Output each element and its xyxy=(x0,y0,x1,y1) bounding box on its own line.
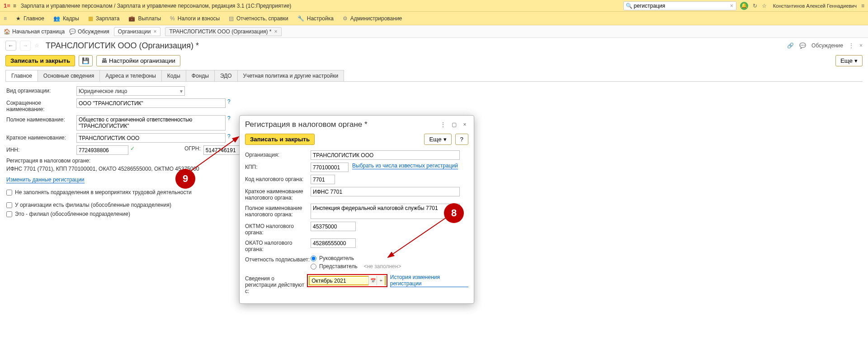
document-tabs: 🏠Начальная страница 💬Обсуждения Организа… xyxy=(0,25,868,38)
menu-admin[interactable]: ⚙Администрирование xyxy=(343,15,402,22)
dialog-help-button[interactable]: ? xyxy=(455,134,468,145)
formtab-addresses[interactable]: Адреса и телефоны xyxy=(99,70,162,81)
help-icon[interactable]: ? xyxy=(227,133,231,140)
spinner-icon[interactable]: ÷ xyxy=(377,276,385,285)
menu-payments[interactable]: 💼Выплаты xyxy=(128,15,161,22)
close-page-icon[interactable]: × xyxy=(859,42,863,49)
full-name-label: Полное наименование: xyxy=(6,115,76,123)
brief-name-label: Краткое наименование: xyxy=(6,133,76,141)
dlg-select-known-link[interactable]: Выбрать из числа известных регистраций xyxy=(352,163,458,169)
dlg-taxshort-label: Краткое наименование налогового органа: xyxy=(245,187,311,201)
dlg-org-input[interactable] xyxy=(311,150,460,160)
toolbar: Записать и закрыть 💾 🖶Настройки организа… xyxy=(0,53,868,68)
topbar: 1≡ ≡ Зарплата и управление персоналом / … xyxy=(0,0,868,12)
inn-input[interactable] xyxy=(76,145,128,155)
menu-grid-icon[interactable]: ≡ xyxy=(4,15,7,22)
dlg-signer-head[interactable]: Руководитель xyxy=(311,255,401,261)
menu-taxes[interactable]: %Налоги и взносы xyxy=(170,15,220,22)
nav-back-button[interactable]: ← xyxy=(5,41,16,51)
dialog-kebab-icon[interactable]: ⋮ xyxy=(439,121,447,128)
short-name-label: Сокращенное наименование: xyxy=(6,98,76,112)
annotation-8: 8 xyxy=(444,203,464,223)
save-button[interactable]: 💾 xyxy=(79,55,93,66)
dlg-oktmo-label: ОКТМО налогового органа: xyxy=(245,222,311,236)
favorites-icon[interactable]: ☆ xyxy=(762,3,767,9)
wallet-icon: 💼 xyxy=(128,15,135,22)
print-icon: 🖶 xyxy=(101,57,107,64)
brief-name-input[interactable] xyxy=(76,133,226,143)
page-header: ← → ☆ ТРАНСЛОГИСТИК ООО (Организация) * … xyxy=(0,38,868,53)
tab-current-org[interactable]: ТРАНСЛОГИСТИК ООО (Организация) *× xyxy=(165,27,281,36)
menu-home[interactable]: ★Главное xyxy=(16,15,44,22)
search-box[interactable]: 🔍 × xyxy=(623,1,736,10)
close-icon[interactable]: × xyxy=(153,28,156,35)
short-name-input[interactable] xyxy=(76,98,226,108)
discussion-label[interactable]: Обсуждение xyxy=(811,42,843,49)
menu-hr[interactable]: 👥Кадры xyxy=(53,15,79,22)
ogrn-input[interactable] xyxy=(203,145,244,155)
menu-toggle-icon[interactable]: ≡ xyxy=(13,3,16,9)
link-icon[interactable]: 🔗 xyxy=(787,42,794,49)
dlg-taxcode-label: Код налогового органа: xyxy=(245,175,311,182)
formtab-edo[interactable]: ЭДО xyxy=(214,70,238,81)
menu-reports[interactable]: ▤Отчетность, справки xyxy=(229,15,288,22)
dlg-taxshort-input[interactable] xyxy=(311,187,460,196)
full-name-input[interactable] xyxy=(76,115,226,130)
dialog-close-icon[interactable]: × xyxy=(461,121,468,128)
ogrn-label: ОГРН: xyxy=(184,145,201,152)
tab-discussions[interactable]: 💬Обсуждения xyxy=(69,28,109,35)
dlg-effective-field[interactable]: 📅 ÷ xyxy=(309,276,386,285)
formtab-basic[interactable]: Основные сведения xyxy=(38,70,100,81)
wrench-icon: 🔧 xyxy=(297,15,304,22)
calendar-icon[interactable]: 📅 xyxy=(368,276,377,285)
menu-salary[interactable]: ▦Зарплата xyxy=(88,15,120,22)
dialog-maximize-icon[interactable]: ▢ xyxy=(450,121,458,128)
salary-icon: ▦ xyxy=(88,15,93,22)
formtab-funds[interactable]: Фонды xyxy=(186,70,215,81)
org-type-select[interactable]: Юридическое лицо▾ xyxy=(76,86,185,96)
search-clear-icon[interactable]: × xyxy=(729,3,734,9)
menu-settings[interactable]: 🔧Настройка xyxy=(297,15,334,22)
dlg-effective-highlight: 📅 ÷ xyxy=(307,274,387,287)
history-icon[interactable]: ↻ xyxy=(753,3,757,9)
dlg-kpp-input[interactable] xyxy=(311,163,349,172)
dialog-save-close-button[interactable]: Записать и закрыть xyxy=(245,134,315,145)
dlg-rep-notfilled: <не заполнен> xyxy=(364,263,401,270)
formtab-policy[interactable]: Учетная политика и другие настройки xyxy=(237,70,344,81)
app-title: Зарплата и управление персоналом / Зарпл… xyxy=(21,3,292,9)
dialog-title: Регистрация в налоговом органе * xyxy=(245,120,439,129)
notifications-icon[interactable]: 🔔 xyxy=(740,2,748,10)
gear-icon: ⚙ xyxy=(343,15,348,22)
discussion-icon[interactable]: 💬 xyxy=(799,42,806,49)
tab-home[interactable]: 🏠Начальная страница xyxy=(4,28,65,35)
save-close-button[interactable]: Записать и закрыть xyxy=(5,55,75,66)
save-icon: 💾 xyxy=(82,57,90,64)
close-icon[interactable]: × xyxy=(274,28,278,35)
dlg-taxcode-input[interactable] xyxy=(311,175,335,184)
search-input[interactable] xyxy=(634,3,729,9)
favorite-toggle-icon[interactable]: ☆ xyxy=(34,42,39,49)
percent-icon: % xyxy=(170,15,175,22)
dlg-taxfull-input[interactable] xyxy=(311,204,460,219)
user-name: Константинов Алексей Геннадиевич xyxy=(773,3,857,9)
dialog-more-button[interactable]: Еще ▾ xyxy=(424,134,451,145)
dlg-oktmo-input[interactable] xyxy=(311,222,356,231)
help-icon[interactable]: ? xyxy=(227,98,231,105)
dlg-okato-input[interactable] xyxy=(311,238,356,248)
dlg-signer-rep[interactable]: Представитель<не заполнен> xyxy=(311,263,401,270)
chevron-down-icon: ▾ xyxy=(180,88,183,94)
tax-registration-dialog: Регистрация в налоговом органе * ⋮ ▢ × З… xyxy=(239,115,474,304)
tab-organizations[interactable]: Организации× xyxy=(114,27,161,36)
change-reg-link[interactable]: Изменить данные регистрации xyxy=(6,177,85,183)
dlg-signer-label: Отчетность подписывает: xyxy=(245,255,311,263)
org-settings-button[interactable]: 🖶Настройки организации xyxy=(96,55,180,66)
kebab-icon[interactable]: ⋮ xyxy=(849,42,854,49)
formtab-main[interactable]: Главное xyxy=(5,70,38,81)
dlg-effective-input[interactable] xyxy=(310,278,368,284)
help-icon[interactable]: ? xyxy=(227,115,231,121)
dlg-history-link[interactable]: История изменения регистрации xyxy=(390,274,468,287)
more-button[interactable]: Еще ▾ xyxy=(835,55,863,66)
formtab-codes[interactable]: Коды xyxy=(161,70,186,81)
user-menu-icon[interactable]: ≡ xyxy=(861,3,864,9)
dlg-taxfull-label: Полное наименование налогового органа: xyxy=(245,204,311,218)
